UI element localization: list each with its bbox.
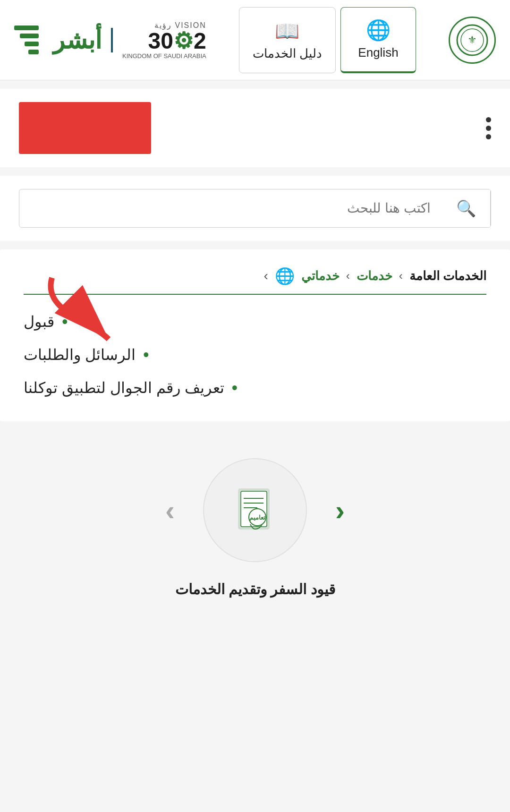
menu-card: › 🌐 خدماتي › خدمات › الخدمات العامة قبول… xyxy=(0,249,510,421)
ksa-logo: ⚜ xyxy=(449,17,496,64)
menu-item-label: قبول xyxy=(24,313,54,331)
list-item[interactable]: قبول xyxy=(24,312,486,332)
dot-1 xyxy=(486,117,491,122)
chevron-right-icon: › xyxy=(264,268,268,283)
header-right: VISION رؤية 2⚙30 KINGDOM OF SAUDI ARABIA… xyxy=(14,21,206,60)
header: ⚜ 🌐 English 📖 دليل الخدمات VISION رؤية 2… xyxy=(0,0,510,80)
user-info-redacted xyxy=(19,102,151,154)
menu-item-label: الرسائل والطلبات xyxy=(24,346,136,364)
carousel-item: تعاميم xyxy=(203,458,307,562)
english-button[interactable]: 🌐 English xyxy=(340,7,416,73)
carousel-section: ‹ تعاميم › قيود السفر وتقديم الخدمات xyxy=(0,430,510,612)
bars-decoration xyxy=(14,26,39,54)
carousel-prev-button[interactable]: ‹ xyxy=(335,494,345,527)
carousel-item-label: قيود السفر وتقديم الخدمات xyxy=(175,581,335,598)
absher-logo-text: أبشر xyxy=(53,28,102,52)
user-card-section xyxy=(0,89,510,167)
carousel-next-button[interactable]: › xyxy=(165,494,175,527)
breadcrumb-item-3: الخدمات العامة xyxy=(409,269,486,283)
breadcrumb-sep-2: › xyxy=(399,269,403,282)
breadcrumb-item-1[interactable]: خدماتي xyxy=(301,269,340,283)
menu-list: قبول الرسائل والطلبات تعريف رقم الجوال ل… xyxy=(24,312,486,398)
services-label: دليل الخدمات xyxy=(253,46,322,61)
carousel-item-icon: تعاميم xyxy=(227,482,283,538)
list-item[interactable]: الرسائل والطلبات xyxy=(24,345,486,365)
breadcrumb: › 🌐 خدماتي › خدمات › الخدمات العامة xyxy=(24,266,486,295)
svg-text:تعاميم: تعاميم xyxy=(249,514,265,521)
globe-breadcrumb-icon: 🌐 xyxy=(275,266,295,285)
header-buttons: 🌐 English 📖 دليل الخدمات xyxy=(239,7,416,73)
breadcrumb-sep-1: › xyxy=(346,269,350,282)
globe-icon: 🌐 xyxy=(366,18,391,42)
services-guide-button[interactable]: 📖 دليل الخدمات xyxy=(239,7,336,73)
book-icon: 📖 xyxy=(275,19,299,43)
dots-menu[interactable] xyxy=(486,117,491,139)
list-item[interactable]: تعريف رقم الجوال لتطبيق توكلنا xyxy=(24,378,486,398)
vision-year: 2⚙30 xyxy=(148,30,206,52)
search-button[interactable]: 🔍 xyxy=(442,189,491,227)
vision-2030-logo: VISION رؤية 2⚙30 KINGDOM OF SAUDI ARABIA xyxy=(122,21,206,60)
carousel-controls: ‹ تعاميم › xyxy=(19,458,491,562)
search-input[interactable] xyxy=(19,191,442,225)
english-label: English xyxy=(358,45,398,60)
vision-country: KINGDOM OF SAUDI ARABIA xyxy=(122,52,206,60)
svg-text:⚜: ⚜ xyxy=(468,34,477,46)
dot-2 xyxy=(486,126,491,131)
breadcrumb-item-2[interactable]: خدمات xyxy=(357,269,392,283)
dot-3 xyxy=(486,134,491,139)
search-icon: 🔍 xyxy=(456,199,476,218)
menu-item-label: تعريف رقم الجوال لتطبيق توكلنا xyxy=(24,379,224,397)
header-left: ⚜ xyxy=(449,17,496,64)
search-section: 🔍 xyxy=(0,176,510,241)
search-bar: 🔍 xyxy=(19,189,491,228)
